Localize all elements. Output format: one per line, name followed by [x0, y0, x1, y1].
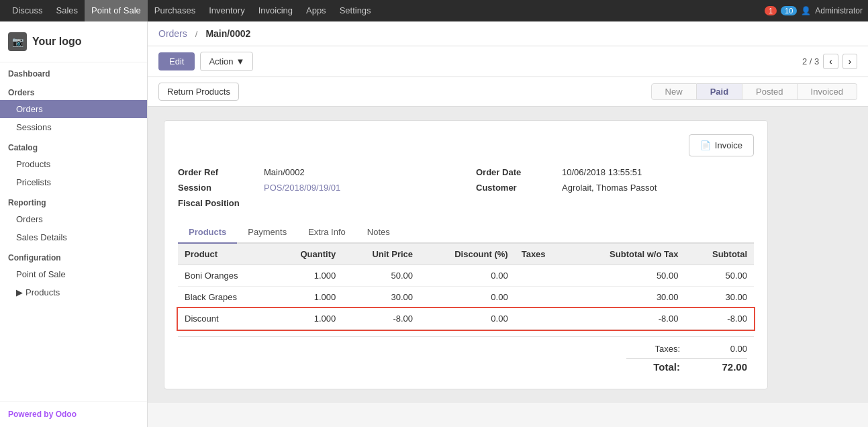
nav-point-of-sale[interactable]: Point of Sale [85, 0, 148, 21]
product-quantity: 1.000 [273, 265, 343, 287]
session-value[interactable]: POS/2018/09/19/01 [264, 183, 340, 193]
edit-button[interactable]: Edit [158, 52, 195, 70]
order-ref-row: Order Ref Main/0002 [178, 167, 456, 177]
order-meta: Order Ref Main/0002 Order Date 10/06/201… [178, 167, 754, 208]
pager-next[interactable]: › [842, 54, 857, 69]
col-subtotal: Subtotal [685, 244, 754, 265]
brand-name: Odoo [56, 410, 77, 419]
product-unit-price: 30.00 [342, 287, 420, 308]
nav-purchases[interactable]: Purchases [148, 0, 202, 21]
content-area: 📄 Invoice Order Ref Main/0002 Order Date… [148, 107, 868, 403]
user-avatar: 👤 [801, 6, 811, 15]
logo-text: Your logo [32, 36, 81, 48]
pager-text: 2 / 3 [802, 56, 819, 66]
product-subtotal: 50.00 [685, 265, 754, 287]
invoice-button[interactable]: 📄 Invoice [689, 134, 754, 156]
sidebar-section-dashboard[interactable]: Dashboard [0, 62, 147, 81]
status-new[interactable]: New [651, 83, 697, 100]
powered-by: Powered by Odoo [0, 401, 147, 427]
layout: 📷 Your logo Dashboard Orders Orders Sess… [0, 21, 868, 427]
nav-inventory[interactable]: Inventory [202, 0, 251, 21]
topnav-right: 1 10 👤 Administrator [765, 6, 863, 15]
return-products-button[interactable]: Return Products [158, 83, 239, 101]
product-name: Discount [178, 308, 273, 330]
order-ref-value: Main/0002 [264, 167, 305, 177]
sidebar-item-point-of-sale[interactable]: Point of Sale [0, 265, 147, 283]
product-subtotal: -8.00 [685, 308, 754, 330]
table-row[interactable]: Black Grapes 1.000 30.00 0.00 30.00 30.0… [178, 287, 754, 308]
sidebar-item-products[interactable]: Products [0, 155, 147, 173]
invoice-btn-row: 📄 Invoice [178, 134, 754, 156]
total-label: Total: [626, 361, 680, 373]
sidebar-item-pricelists[interactable]: Pricelists [0, 173, 147, 191]
status-bar: New Paid Posted Invoiced [651, 83, 857, 100]
nav-apps[interactable]: Apps [299, 0, 333, 21]
status-invoiced[interactable]: Invoiced [798, 83, 857, 100]
order-date-label: Order Date [476, 167, 557, 177]
tab-products[interactable]: Products [178, 222, 237, 244]
total-value: 72.00 [707, 361, 747, 373]
breadcrumb-separator: / [195, 29, 198, 39]
customer-value: Agrolait, Thomas Passot [562, 183, 657, 193]
invoice-icon: 📄 [700, 140, 711, 150]
session-label: Session [178, 183, 258, 193]
action-button[interactable]: Action ▼ [200, 52, 253, 71]
product-subtotal: 30.00 [685, 287, 754, 308]
breadcrumb-parent[interactable]: Orders [158, 28, 187, 39]
config-products-label: Products [26, 287, 60, 297]
product-name: Boni Oranges [178, 265, 273, 287]
customer-row: Customer Agrolait, Thomas Passot [476, 183, 754, 193]
product-taxes [515, 265, 569, 287]
product-subtotal-wot: 30.00 [568, 287, 685, 308]
user-name: Administrator [815, 6, 863, 15]
discuss-badge[interactable]: 1 [765, 6, 777, 15]
sidebar-item-sessions[interactable]: Sessions [0, 118, 147, 136]
sidebar-item-config-products[interactable]: ▶ Products [0, 283, 147, 301]
nav-discuss[interactable]: Discuss [5, 0, 50, 21]
return-bar: Return Products New Paid Posted Invoiced [148, 77, 868, 107]
table-header-row: Product Quantity Unit Price Discount (%)… [178, 244, 754, 265]
product-quantity: 1.000 [273, 308, 343, 330]
order-tabs: Products Payments Extra Info Notes [178, 222, 754, 244]
tab-extra-info[interactable]: Extra Info [297, 222, 356, 244]
toolbar: Edit Action ▼ 2 / 3 ‹ › [148, 46, 868, 77]
customer-label: Customer [476, 183, 557, 193]
products-table: Product Quantity Unit Price Discount (%)… [178, 244, 754, 330]
taxes-label: Taxes: [626, 344, 680, 354]
pager: 2 / 3 ‹ › [802, 54, 857, 69]
sidebar-item-reporting-orders[interactable]: Orders [0, 210, 147, 228]
sidebar-item-orders[interactable]: Orders [0, 100, 147, 118]
product-taxes [515, 308, 569, 330]
col-product: Product [178, 244, 273, 265]
product-name: Black Grapes [178, 287, 273, 308]
sidebar-item-sales-details[interactable]: Sales Details [0, 228, 147, 246]
col-subtotal-wot: Subtotal w/o Tax [568, 244, 685, 265]
status-posted[interactable]: Posted [742, 83, 797, 100]
status-paid[interactable]: Paid [697, 83, 742, 100]
col-quantity: Quantity [273, 244, 343, 265]
logo-icon: 📷 [8, 32, 27, 51]
nav-settings[interactable]: Settings [333, 0, 378, 21]
order-card: 📄 Invoice Order Ref Main/0002 Order Date… [164, 120, 768, 389]
messages-badge[interactable]: 10 [781, 6, 797, 15]
action-label: Action [209, 56, 233, 66]
tab-notes[interactable]: Notes [356, 222, 401, 244]
main-content: Orders / Main/0002 Edit Action ▼ 2 / 3 ‹… [148, 21, 868, 427]
product-taxes [515, 287, 569, 308]
col-taxes: Taxes [515, 244, 569, 265]
pager-prev[interactable]: ‹ [823, 54, 838, 69]
total-row: Total: 72.00 [626, 358, 747, 373]
fiscal-position-row: Fiscal Position [178, 198, 456, 208]
product-discount: 0.00 [420, 265, 515, 287]
sidebar-section-configuration: Configuration [0, 246, 147, 265]
invoice-label: Invoice [715, 140, 742, 150]
nav-invoicing[interactable]: Invoicing [252, 0, 299, 21]
nav-sales[interactable]: Sales [50, 0, 85, 21]
dropdown-icon: ▼ [236, 56, 245, 66]
fiscal-position-label: Fiscal Position [178, 198, 258, 208]
table-row[interactable]: Boni Oranges 1.000 50.00 0.00 50.00 50.0… [178, 265, 754, 287]
table-row[interactable]: Discount 1.000 -8.00 0.00 -8.00 -8.00 [178, 308, 754, 330]
arrow-icon: ▶ [16, 287, 23, 297]
tab-payments[interactable]: Payments [237, 222, 297, 244]
session-row: Session POS/2018/09/19/01 [178, 183, 456, 193]
